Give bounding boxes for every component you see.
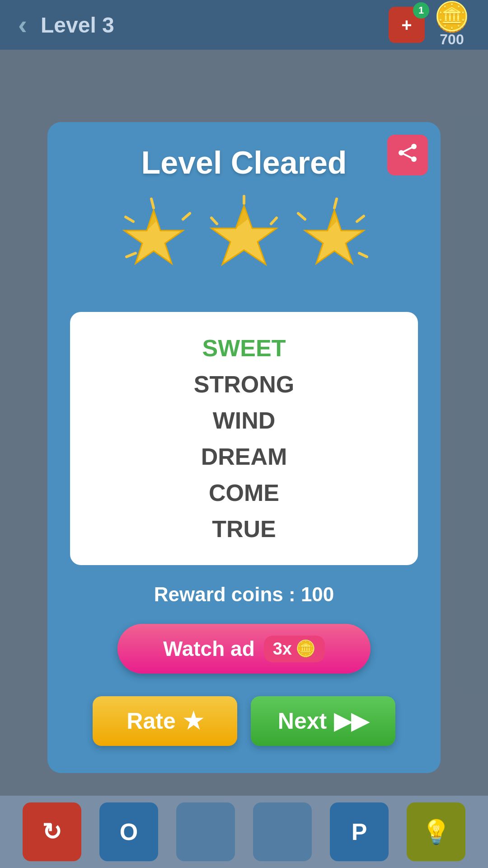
modal-title: Level Cleared	[141, 145, 347, 181]
rate-star-icon: ★	[183, 708, 203, 734]
next-label: Next	[278, 708, 327, 734]
word-true: TRUE	[97, 511, 391, 547]
bottom-buttons: Rate ★ Next ▶▶	[70, 696, 418, 746]
tile-empty-1[interactable]	[176, 802, 235, 861]
header-left: ‹ Level 3	[18, 11, 114, 38]
svg-line-11	[271, 218, 277, 224]
reward-text: Reward coins : 100	[154, 583, 334, 606]
coins-display: 🪙 700	[434, 2, 470, 48]
svg-line-10	[211, 218, 217, 224]
rate-label: Rate	[127, 708, 175, 734]
modal-overlay: Level Cleared	[0, 50, 488, 868]
header-right: + 1 🪙 700	[389, 2, 470, 48]
level-title: Level 3	[41, 13, 114, 38]
header: ‹ Level 3 + 1 🪙 700	[0, 0, 488, 50]
tile-refresh[interactable]: ↻	[23, 802, 81, 861]
coin-multiplier-icon: 🪙	[296, 639, 316, 658]
svg-line-7	[183, 213, 190, 219]
tile-o[interactable]: O	[99, 802, 158, 861]
multiplier-badge: 3x 🪙	[264, 636, 325, 662]
notification-badge: 1	[413, 2, 429, 19]
share-button[interactable]	[387, 135, 428, 175]
word-come: COME	[97, 475, 391, 511]
svg-line-5	[151, 199, 154, 208]
svg-line-14	[357, 216, 364, 222]
coin-icon: 🪙	[434, 2, 470, 31]
next-button[interactable]: Next ▶▶	[251, 696, 395, 746]
plus-icon: +	[401, 15, 412, 35]
word-dream: DREAM	[97, 439, 391, 475]
word-wind: WIND	[97, 402, 391, 439]
level-cleared-modal: Level Cleared	[47, 122, 441, 773]
rate-button[interactable]: Rate ★	[93, 696, 237, 746]
words-panel: SWEET STRONG WIND DREAM COME TRUE	[70, 312, 418, 565]
word-sweet: SWEET	[97, 330, 391, 366]
svg-line-13	[298, 213, 305, 219]
game-background: Level Cleared	[0, 50, 488, 868]
svg-line-12	[334, 199, 337, 208]
back-button[interactable]: ‹	[18, 11, 27, 38]
coin-count: 700	[440, 31, 464, 48]
bottom-tiles-bar: ↻ O P 💡	[0, 796, 488, 868]
svg-line-3	[401, 146, 414, 153]
multiplier-text: 3x	[273, 639, 292, 659]
tile-hint[interactable]: 💡	[407, 802, 465, 861]
word-strong: STRONG	[97, 366, 391, 402]
svg-line-8	[127, 253, 136, 257]
next-arrow-icon: ▶▶	[334, 708, 368, 734]
share-icon	[397, 142, 418, 168]
tile-empty-2[interactable]	[253, 802, 312, 861]
svg-line-4	[401, 153, 414, 159]
svg-line-6	[126, 217, 133, 222]
watch-ad-button[interactable]: Watch ad 3x 🪙	[117, 624, 371, 674]
svg-line-15	[359, 253, 367, 257]
plus-badge[interactable]: + 1	[389, 7, 425, 43]
watch-ad-label: Watch ad	[163, 637, 255, 661]
stars-display	[108, 194, 380, 303]
tile-p[interactable]: P	[330, 802, 389, 861]
